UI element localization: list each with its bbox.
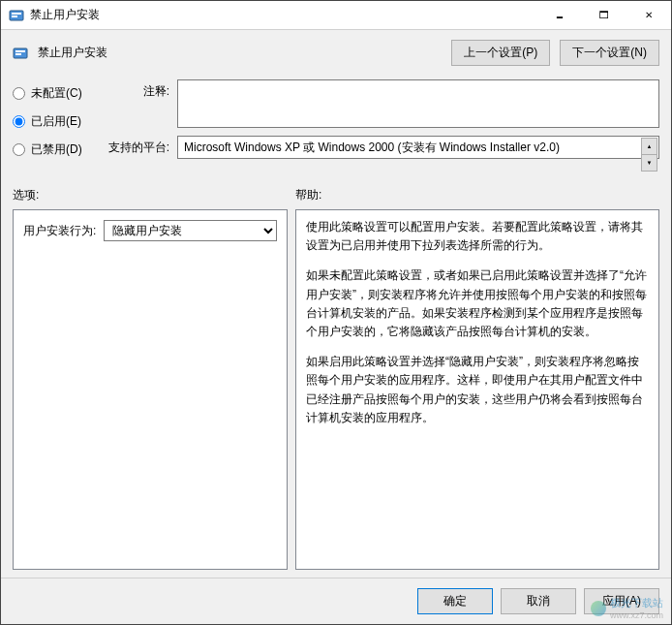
radio-enabled-input[interactable] (13, 115, 25, 128)
behavior-select[interactable]: 隐藏用户安装 (104, 220, 277, 241)
ok-button[interactable]: 确定 (417, 588, 493, 614)
section-labels: 选项: 帮助: (1, 177, 671, 209)
help-paragraph: 使用此策略设置可以配置用户安装。若要配置此策略设置，请将其设置为已启用并使用下拉… (306, 218, 649, 255)
radio-not-configured-input[interactable] (13, 87, 25, 100)
supported-label: 支持的平台: (106, 136, 177, 156)
help-panel: 使用此策略设置可以配置用户安装。若要配置此策略设置，请将其设置为已启用并使用下拉… (295, 209, 659, 570)
spin-down-icon[interactable]: ▼ (641, 154, 657, 172)
window-controls: 🗕 🗖 ✕ (537, 1, 671, 30)
next-setting-button[interactable]: 下一个设置(N) (560, 40, 659, 66)
svg-rect-4 (15, 50, 25, 52)
previous-setting-button[interactable]: 上一个设置(P) (451, 40, 550, 66)
dialog-window: 禁止用户安装 🗕 🗖 ✕ 禁止用户安装 上一个设置(P) 下一个设置(N) 未配… (0, 0, 672, 625)
radio-not-configured[interactable]: 未配置(C) (13, 85, 106, 102)
radio-not-configured-label: 未配置(C) (31, 85, 82, 102)
help-section-label: 帮助: (295, 187, 659, 203)
policy-icon (13, 46, 28, 61)
policy-title: 禁止用户安装 (38, 45, 442, 61)
radio-enabled[interactable]: 已启用(E) (13, 113, 106, 130)
supported-spinner[interactable]: ▲▼ (641, 138, 657, 157)
apply-button[interactable]: 应用(A) (584, 588, 659, 614)
svg-rect-5 (15, 53, 21, 55)
help-paragraph: 如果启用此策略设置并选择“隐藏用户安装”，则安装程序将忽略按照每个用户安装的应用… (306, 353, 649, 427)
settings-area: 未配置(C) 已启用(E) 已禁用(D) 注释: 支持的平台: Microsof… (1, 76, 671, 177)
radio-disabled-input[interactable] (13, 143, 25, 156)
minimize-button[interactable]: 🗕 (537, 1, 582, 30)
svg-rect-2 (12, 16, 17, 17)
header-row: 禁止用户安装 上一个设置(P) 下一个设置(N) (1, 30, 671, 76)
titlebar: 禁止用户安装 🗕 🗖 ✕ (1, 1, 671, 30)
options-panel: 用户安装行为: 隐藏用户安装 (13, 209, 288, 570)
supported-value: Microsoft Windows XP 或 Windows 2000 (安装有… (184, 141, 560, 154)
main-area: 用户安装行为: 隐藏用户安装 使用此策略设置可以配置用户安装。若要配置此策略设置… (1, 209, 671, 578)
radio-disabled[interactable]: 已禁用(D) (13, 141, 106, 158)
comment-textbox[interactable] (177, 79, 659, 128)
svg-rect-1 (12, 13, 21, 15)
maximize-button[interactable]: 🗖 (582, 1, 626, 30)
supported-textbox: Microsoft Windows XP 或 Windows 2000 (安装有… (177, 136, 659, 159)
options-section-label: 选项: (13, 187, 295, 203)
behavior-label: 用户安装行为: (23, 223, 96, 239)
footer: 确定 取消 应用(A) 极光下载站 www.xz7.com (1, 578, 671, 624)
cancel-button[interactable]: 取消 (501, 588, 576, 614)
comment-label: 注释: (106, 79, 177, 100)
state-radios: 未配置(C) 已启用(E) 已禁用(D) (13, 79, 106, 170)
help-paragraph: 如果未配置此策略设置，或者如果已启用此策略设置并选择了“允许用户安装”，则安装程… (306, 266, 649, 341)
fields-column: 注释: 支持的平台: Microsoft Windows XP 或 Window… (106, 79, 659, 170)
close-button[interactable]: ✕ (626, 1, 671, 30)
radio-enabled-label: 已启用(E) (31, 113, 81, 130)
spin-up-icon[interactable]: ▲ (641, 138, 657, 154)
app-icon (9, 8, 24, 23)
radio-disabled-label: 已禁用(D) (31, 141, 82, 158)
window-title: 禁止用户安装 (30, 7, 537, 23)
